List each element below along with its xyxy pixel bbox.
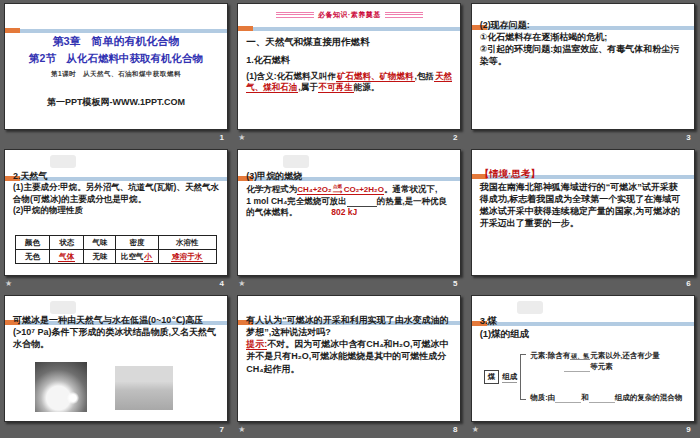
text-seg: 的热量,是一种优良: [377, 196, 447, 206]
accent-bar: [238, 26, 460, 31]
slide-thumbnail-2[interactable]: 必备知识·素养奠基 一、天然气和煤直接用作燃料 1.化石燃料 (1)含义:化石燃…: [237, 3, 461, 130]
subheading: 1.化石燃料: [246, 54, 452, 66]
answer-blank: [564, 364, 590, 372]
slide-meta-2: ★ 2: [237, 131, 459, 144]
diagram-branches: 元素:除含有碳、氢元素以外,还含有少量等元素 物质:由和组成的复杂的混合物: [530, 351, 682, 403]
paragraph: (1)主要成分:甲烷。另外沼气、坑道气(瓦斯)、天然气水合物(可燃冰)的主要成分…: [13, 182, 219, 205]
cell-solubility: 难溶于水: [158, 250, 216, 264]
slide-thumbnail-9[interactable]: 3.煤 (1)煤的组成 煤 组成 元素:除含有碳、氢元素以外,还含有少量等元素 …: [471, 295, 695, 422]
slide-cell-4: 2.天然气 (1)主要成分:甲烷。另外沼气、坑道气(瓦斯)、天然气水合物(可燃冰…: [0, 146, 233, 292]
placeholder-box: [283, 155, 309, 168]
transition-star-icon[interactable]: ★: [471, 426, 479, 434]
banner-stripes-right: [385, 12, 423, 19]
slide-cell-7: 可燃冰是一种由天然气与水在低温(0~10℃)高压(>10⁷ Pa)条件下形成的类…: [0, 292, 233, 438]
slide-thumbnail-5[interactable]: (3)甲烷的燃烧 化学方程式为CH₄+2O₂点燃⟶CO₂+2H₂O。通常状况下,…: [237, 149, 461, 276]
answer-paragraph: 提示:不对。因为可燃冰中含有CH₄和H₂O,可燃冰中并不是只有H₂O,可燃冰能燃…: [246, 338, 452, 374]
heading: 一、天然气和煤直接用作燃料: [246, 36, 452, 49]
slide-thumbnail-7[interactable]: 可燃冰是一种由天然气与水在低温(0~10℃)高压(>10⁷ Pa)条件下形成的类…: [4, 295, 228, 422]
text-seg: 的气体燃料。: [246, 207, 297, 217]
fill-in-paragraph: (1)含义:化石燃料又叫作矿石燃料、矿物燃料,包括天然气、煤和石油,属于不可再生…: [246, 71, 452, 94]
paragraph: 我国在南海北部神狐海域进行的“可燃冰”试开采获得成功,标志着我国成为全球第一个实…: [480, 181, 686, 230]
slide-cell-9: 3.煤 (1)煤的组成 煤 组成 元素:除含有碳、氢元素以外,还含有少量等元素 …: [467, 292, 700, 438]
answer-text: 碳、氢: [570, 353, 590, 360]
cell-density: 比空气小: [116, 250, 158, 264]
slide-meta-8: ★ 8: [237, 423, 459, 436]
text-seg: (1)含义:化石燃料又叫作: [246, 71, 336, 81]
list-item: ②引起的环境问题:如温室效应、有毒气体和粉尘污染等。: [480, 43, 686, 67]
col-header: 状态: [50, 236, 84, 250]
slide-meta-6: 6: [471, 277, 693, 290]
subheading: (1)煤的组成: [480, 328, 686, 341]
banner-stripes-left: [276, 12, 314, 19]
col-header: 密度: [116, 236, 158, 250]
slide-cell-1: 第3章 简单的有机化合物 第2节 从化石燃料中获取有机化合物 第1课时 从天然气…: [0, 0, 233, 146]
burning-ice-photo: [35, 362, 87, 412]
slide-number: 9: [686, 425, 692, 434]
text-seg: 比空气: [121, 252, 144, 261]
heading: (2)现存问题:: [480, 19, 686, 31]
answer-blank: [347, 198, 377, 207]
question-paragraph: 有人认为“可燃冰的开采和利用实现了由水变成油的梦想”,这种说法对吗?: [246, 314, 452, 338]
slide-number: 5: [453, 279, 459, 288]
closing-line: 的气体燃料。802 kJ: [246, 207, 452, 218]
slide-meta-1: 1: [4, 131, 226, 144]
text-seg: 化学方程式为: [246, 184, 297, 194]
transition-star-icon[interactable]: ★: [4, 280, 12, 288]
heading: 2.天然气: [13, 170, 219, 182]
lesson-subtitle: 第1课时 从天然气、石油和煤中获取燃料: [5, 70, 227, 79]
slide-cell-5: (3)甲烷的燃烧 化学方程式为CH₄+2O₂点燃⟶CO₂+2H₂O。通常状况下,…: [233, 146, 466, 292]
blue-accent: [253, 27, 460, 31]
text-seg: ,包括: [415, 71, 434, 81]
answer-text: 802 kJ: [331, 207, 357, 217]
text-seg: 和: [581, 393, 589, 402]
banner-label: 必备知识·素养奠基: [318, 10, 381, 20]
answer-text: 气体: [58, 252, 75, 262]
transition-star-icon[interactable]: ★: [237, 134, 245, 142]
fill-in-line: 1 mol CH₄完全燃烧可放出的热量,是一种优良: [246, 196, 452, 207]
coal-node: 煤: [484, 370, 500, 384]
watermark-text: 第一PPT模板网-WWW.1PPT.COM: [5, 96, 227, 109]
equation-line: 化学方程式为CH₄+2O₂点燃⟶CO₂+2H₂O。通常状况下,: [246, 184, 452, 196]
flame-highlight: [67, 392, 79, 404]
diagram-brace: [520, 354, 526, 400]
chemical-equation: CH₄+2O₂点燃⟶CO₂+2H₂O: [297, 185, 384, 195]
heading: (3)甲烷的燃烧: [246, 170, 452, 182]
slide-number: 8: [453, 425, 459, 434]
slide-thumbnail-3[interactable]: (2)现存问题: ①化石燃料存在逐渐枯竭的危机; ②引起的环境问题:如温室效应、…: [471, 3, 695, 130]
cell-state: 气体: [50, 250, 84, 264]
answer-blank: [555, 395, 581, 403]
answer-text: 小: [144, 252, 154, 262]
coal-composition-diagram: 煤 组成 元素:除含有碳、氢元素以外,还含有少量等元素 物质:由和组成的复杂的混…: [484, 351, 686, 403]
slide-cell-8: 有人认为“可燃冰的开采和利用实现了由水变成油的梦想”,这种说法对吗? 提示:不对…: [233, 292, 466, 438]
slide-thumbnail-4[interactable]: 2.天然气 (1)主要成分:甲烷。另外沼气、坑道气(瓦斯)、天然气水合物(可燃冰…: [4, 149, 228, 276]
slide-cell-6: 【情境·思考】 我国在南海北部神狐海域进行的“可燃冰”试开采获得成功,标志着我国…: [467, 146, 700, 292]
blue-accent: [20, 29, 227, 33]
answer-text: 矿石燃料、矿物燃料: [336, 71, 415, 82]
text-seg: 组成的复杂的混合物: [615, 393, 683, 402]
slide-thumbnail-1[interactable]: 第3章 简单的有机化合物 第2节 从化石燃料中获取有机化合物 第1课时 从天然气…: [4, 3, 228, 130]
col-header: 水溶性: [158, 236, 216, 250]
slide-thumbnail-6[interactable]: 【情境·思考】 我国在南海北部神狐海域进行的“可燃冰”试开采获得成功,标志着我国…: [471, 149, 695, 276]
slide-meta-4: ★ 4: [4, 277, 226, 290]
cell-odor: 无味: [84, 250, 116, 264]
list-item: ①化石燃料存在逐渐枯竭的危机;: [480, 31, 686, 43]
situation-tag: 【情境·思考】: [480, 168, 686, 181]
col-header: 颜色: [16, 236, 50, 250]
paragraph: 可燃冰是一种由天然气与水在低温(0~10℃)高压(>10⁷ Pa)条件下形成的类…: [13, 314, 219, 350]
substance-branch: 物质:由和组成的复杂的混合物: [530, 393, 682, 404]
slide-number: 4: [220, 279, 226, 288]
answer-blank: [589, 395, 615, 403]
text-seg: 元素:除含有: [530, 351, 570, 360]
slide-thumbnail-8[interactable]: 有人认为“可燃冰的开采和利用实现了由水变成油的梦想”,这种说法对吗? 提示:不对…: [237, 295, 461, 422]
slide-meta-9: ★ 9: [471, 423, 693, 436]
text-seg: 物质:由: [530, 393, 555, 402]
text-seg: 1 mol CH₄完全燃烧可放出: [246, 196, 346, 206]
transition-star-icon[interactable]: ★: [237, 426, 245, 434]
reaction-condition: 点燃⟶: [333, 185, 343, 196]
col-header: 气味: [84, 236, 116, 250]
slide-number: 3: [686, 133, 692, 142]
sea-drilling-photo: [115, 366, 173, 410]
answer-text: 难溶于水: [171, 252, 203, 262]
placeholder-box: [50, 155, 76, 168]
transition-star-icon[interactable]: ★: [237, 280, 245, 288]
